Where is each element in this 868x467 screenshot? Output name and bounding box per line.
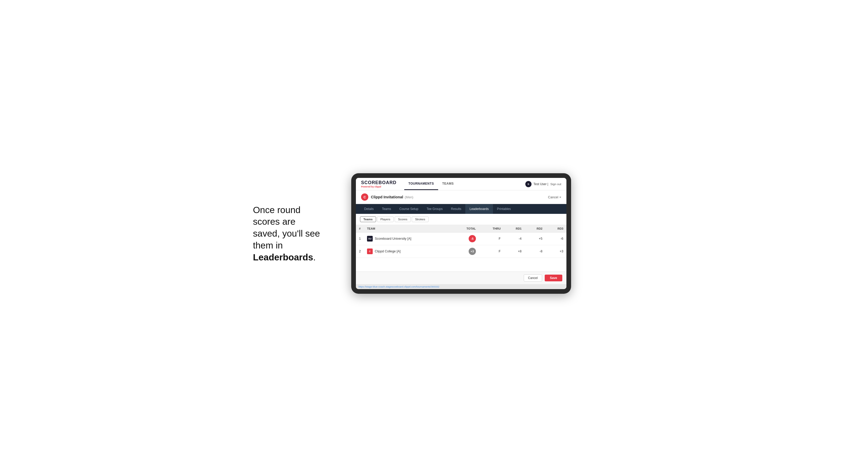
nav-teams[interactable]: TEAMS <box>438 178 458 190</box>
row2-team-logo: C <box>367 249 373 254</box>
app-header: SCOREBOARD Powered by clippd TOURNAMENTS… <box>356 178 566 190</box>
row2-team: C Clippd College [A] <box>364 245 452 258</box>
user-avatar: S <box>525 181 531 187</box>
tab-teams[interactable]: Teams <box>378 204 395 214</box>
tournament-header: C Clippd Invitational (Men) Cancel × <box>356 190 566 204</box>
table-row: 1 SU Scoreboard University [A] -5 F <box>356 232 566 245</box>
row1-thru: F <box>479 232 504 245</box>
col-rank: # <box>356 225 364 232</box>
user-name: Test User | <box>534 182 548 186</box>
main-nav: TOURNAMENTS TEAMS <box>404 178 458 190</box>
filter-strokes[interactable]: Strokes <box>412 216 429 222</box>
cancel-x-button[interactable]: Cancel × <box>548 195 561 199</box>
logo-powered: Powered by clippd <box>361 185 397 188</box>
tournament-title: Clippd Invitational <box>371 195 403 199</box>
description-text: Once round scores are saved, you'll see … <box>253 204 336 263</box>
filter-scores[interactable]: Scores <box>395 216 411 222</box>
cancel-button[interactable]: Cancel <box>524 274 542 282</box>
row1-rd3: -6 <box>546 232 566 245</box>
row2-thru: F <box>479 245 504 258</box>
filter-players[interactable]: Players <box>377 216 394 222</box>
desc-line2: scores are <box>253 216 296 226</box>
save-button[interactable]: Save <box>545 275 562 281</box>
row1-rank: 1 <box>356 232 364 245</box>
sign-out-link[interactable]: Sign out <box>550 183 561 186</box>
col-rd3: RD3 <box>546 225 566 232</box>
row2-total-badge: +3 <box>469 248 476 255</box>
col-team: TEAM <box>364 225 452 232</box>
desc-line4: them in <box>253 240 283 250</box>
tournament-icon: C <box>361 193 368 201</box>
row2-rd3: +3 <box>546 245 566 258</box>
row2-rank: 2 <box>356 245 364 258</box>
row1-team-name: Scoreboard University [A] <box>375 237 411 241</box>
row2-total: +3 <box>452 245 479 258</box>
desc-period: . <box>313 252 316 262</box>
tab-leaderboards[interactable]: Leaderboards <box>465 204 493 214</box>
tournament-subtitle: (Men) <box>405 195 413 199</box>
row2-team-name: Clippd College [A] <box>375 250 401 253</box>
tab-printables[interactable]: Printables <box>493 204 515 214</box>
col-thru: THRU <box>479 225 504 232</box>
filter-row: Teams Players Scores Strokes <box>356 214 566 225</box>
col-rd1: RD1 <box>504 225 525 232</box>
col-rd2: RD2 <box>525 225 546 232</box>
row1-rd2: +5 <box>525 232 546 245</box>
sub-nav: Details Teams Course Setup Tee Groups Re… <box>356 204 566 214</box>
filter-teams[interactable]: Teams <box>360 216 376 222</box>
tablet-frame: SCOREBOARD Powered by clippd TOURNAMENTS… <box>351 173 571 294</box>
row2-rd1: +8 <box>504 245 525 258</box>
row2-rd2: -8 <box>525 245 546 258</box>
desc-line3: saved, you'll see <box>253 228 320 239</box>
row1-team: SU Scoreboard University [A] <box>364 232 452 245</box>
content-area: # TEAM TOTAL THRU RD1 RD2 RD3 1 <box>356 225 566 272</box>
row1-total-badge: -5 <box>469 235 476 242</box>
url-bar: https://stage-blue-coach.stagescoeboard.… <box>356 284 566 289</box>
tab-course-setup[interactable]: Course Setup <box>395 204 422 214</box>
desc-line1: Once round <box>253 205 301 215</box>
nav-tournaments[interactable]: TOURNAMENTS <box>404 178 438 190</box>
app-footer: Cancel Save <box>356 272 566 284</box>
desc-line5-bold: Leaderboards <box>253 252 313 262</box>
table-row: 2 C Clippd College [A] +3 F <box>356 245 566 258</box>
tab-tee-groups[interactable]: Tee Groups <box>422 204 447 214</box>
row1-team-logo: SU <box>367 236 373 242</box>
tablet-screen: SCOREBOARD Powered by clippd TOURNAMENTS… <box>356 178 566 289</box>
logo-area: SCOREBOARD Powered by clippd <box>361 180 397 188</box>
tab-results[interactable]: Results <box>447 204 465 214</box>
header-right: S Test User | Sign out <box>525 181 561 187</box>
leaderboard-table: # TEAM TOTAL THRU RD1 RD2 RD3 1 <box>356 225 566 258</box>
tab-details[interactable]: Details <box>360 204 378 214</box>
col-total: TOTAL <box>452 225 479 232</box>
logo-scoreboard: SCOREBOARD <box>361 180 397 185</box>
row1-rd1: -4 <box>504 232 525 245</box>
row1-total: -5 <box>452 232 479 245</box>
